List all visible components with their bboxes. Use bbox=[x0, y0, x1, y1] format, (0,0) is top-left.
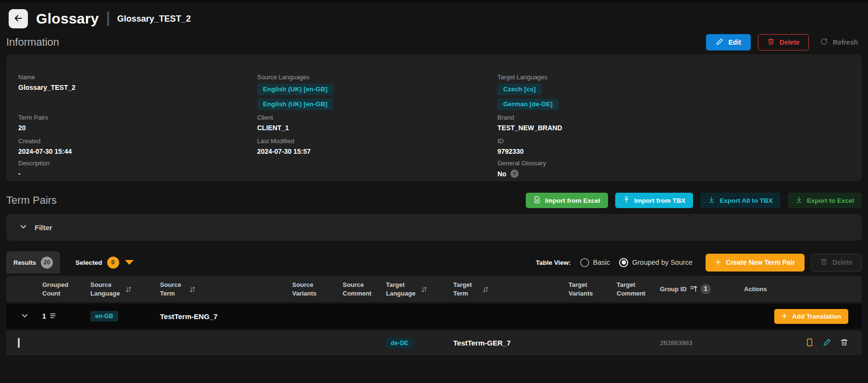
toolbar-right: Table View: Basic Grouped by Source + Cr… bbox=[536, 254, 862, 272]
sort-icon[interactable] bbox=[482, 285, 490, 296]
trash-icon bbox=[820, 258, 828, 267]
edit-button[interactable]: Edit bbox=[706, 34, 750, 50]
top-bar: Glossary Glossary_TEST_2 bbox=[0, 3, 868, 28]
edit-term-button[interactable] bbox=[823, 338, 831, 348]
group-id-header[interactable]: Group ID 1 bbox=[660, 283, 744, 296]
filter-panel-toggle[interactable]: Filter bbox=[6, 214, 862, 241]
chevron-down-icon bbox=[21, 311, 29, 321]
plus-icon: + bbox=[781, 311, 787, 321]
row-actions-cell bbox=[744, 338, 862, 348]
information-section-title: Information bbox=[6, 36, 59, 49]
target-variants-header: Target Variants bbox=[569, 281, 617, 297]
delete-button-label: Delete bbox=[780, 38, 800, 46]
field-client: Client CLIENT_1 bbox=[257, 114, 497, 137]
export-all-to-tbx-button[interactable]: Export All to TBX bbox=[700, 193, 781, 208]
name-value: Glossary_TEST_2 bbox=[18, 84, 257, 91]
field-target-languages: Target Languages Czech [cs] German [de-D… bbox=[497, 74, 850, 114]
collapse-group-button[interactable] bbox=[6, 311, 42, 321]
information-header-row: Information Edit Delete Refresh bbox=[0, 28, 868, 54]
download-arrow-icon bbox=[795, 196, 803, 205]
term-pairs-section-title: Term Pairs bbox=[6, 194, 57, 207]
arrow-left-icon bbox=[13, 13, 24, 25]
source-language-badges: English (UK) [en-GB] English (UK) [en-GB… bbox=[257, 84, 497, 110]
create-new-term-pair-button[interactable]: + Create New Term Pair bbox=[706, 254, 805, 272]
id-label: ID bbox=[497, 137, 850, 145]
results-tab[interactable]: Results 20 bbox=[6, 251, 60, 273]
grouped-count-cell: 1 bbox=[42, 312, 90, 321]
question-circle-icon[interactable]: ? bbox=[510, 170, 519, 178]
field-brand: Brand TEST_NEW_BRAND bbox=[497, 114, 850, 137]
table-view-grouped-radio[interactable]: Grouped by Source bbox=[619, 258, 693, 267]
title-divider bbox=[107, 12, 109, 26]
term-pairs-table: Grouped Count Source Language Source Ter… bbox=[6, 276, 862, 355]
term-pairs-header-row: Term Pairs Import from Excel Import from… bbox=[0, 181, 868, 214]
table-header-row: Grouped Count Source Language Source Ter… bbox=[6, 276, 862, 302]
table-view-basic-label: Basic bbox=[593, 259, 610, 266]
selected-dropdown[interactable]: Selected 0 bbox=[75, 257, 134, 269]
import-from-excel-label: Import from Excel bbox=[545, 197, 600, 204]
term-pairs-value: 20 bbox=[18, 124, 257, 132]
source-languages-label: Source Languages bbox=[257, 74, 497, 81]
import-from-excel-button[interactable]: Import from Excel bbox=[526, 193, 608, 208]
last-modified-value: 2024-07-30 15:57 bbox=[257, 148, 497, 155]
delete-term-pairs-button[interactable]: Delete bbox=[811, 254, 862, 272]
radio-checked-icon bbox=[619, 258, 628, 267]
target-language-badge: Czech [cs] bbox=[497, 84, 542, 95]
results-count-badge: 20 bbox=[41, 257, 53, 269]
target-language-badges: Czech [cs] German [de-DE] bbox=[497, 84, 850, 110]
import-from-tbx-button[interactable]: Import from TBX bbox=[615, 193, 694, 208]
add-translation-button[interactable]: + Add Translation bbox=[774, 309, 848, 324]
edit-button-label: Edit bbox=[728, 38, 741, 46]
description-label: Description bbox=[18, 160, 257, 167]
target-term-cell: TestTerm-GER_7 bbox=[453, 339, 569, 347]
clipboard-icon bbox=[806, 338, 814, 348]
general-glossary-label: General Glossary bbox=[497, 160, 850, 167]
page-title: Glossary bbox=[36, 11, 99, 27]
field-general-glossary: General Glossary No ? bbox=[497, 160, 850, 178]
back-button[interactable] bbox=[9, 9, 28, 28]
info-column-1: Name Glossary_TEST_2 Term Pairs 20 Creat… bbox=[18, 74, 257, 178]
brand-value: TEST_NEW_BRAND bbox=[497, 124, 850, 132]
sort-icon[interactable] bbox=[188, 285, 197, 296]
information-panel: Name Glossary_TEST_2 Term Pairs 20 Creat… bbox=[6, 54, 862, 181]
sort-icon[interactable] bbox=[420, 285, 428, 296]
pencil-icon bbox=[823, 338, 831, 348]
delete-glossary-button[interactable]: Delete bbox=[758, 34, 809, 50]
source-term-header[interactable]: Source Term bbox=[160, 281, 292, 297]
results-toolbar: Results 20 Selected 0 Table View: Basic … bbox=[6, 251, 862, 273]
export-to-excel-button[interactable]: Export to Excel bbox=[788, 193, 862, 208]
source-variants-header: Source Variants bbox=[292, 281, 343, 297]
field-term-pairs: Term Pairs 20 bbox=[18, 114, 257, 137]
sort-ascending-icon[interactable] bbox=[689, 284, 698, 296]
created-label: Created bbox=[18, 137, 257, 145]
target-languages-label: Target Languages bbox=[497, 74, 850, 81]
radio-icon bbox=[580, 258, 589, 267]
delete-term-button[interactable] bbox=[840, 338, 848, 348]
copy-term-button[interactable] bbox=[806, 338, 814, 348]
trash-icon bbox=[840, 338, 848, 348]
refresh-icon bbox=[820, 37, 828, 47]
excel-file-icon bbox=[533, 196, 541, 205]
table-view-label: Table View: bbox=[536, 259, 571, 266]
group-source-language-cell: en-GB bbox=[90, 311, 160, 321]
source-language-header[interactable]: Source Language bbox=[90, 281, 160, 297]
row-checkbox[interactable] bbox=[18, 338, 20, 348]
table-view-basic-radio[interactable]: Basic bbox=[580, 258, 610, 267]
sort-icon[interactable] bbox=[124, 285, 133, 296]
brand-label: Brand bbox=[497, 114, 850, 121]
target-language-header[interactable]: Target Language bbox=[386, 281, 453, 297]
field-created: Created 2024-07-30 15:44 bbox=[18, 137, 257, 160]
created-value: 2024-07-30 15:44 bbox=[18, 148, 257, 155]
chevron-down-icon bbox=[19, 222, 27, 232]
selected-count-badge: 0 bbox=[107, 257, 119, 269]
target-term-header[interactable]: Target Term bbox=[453, 281, 569, 297]
target-comment-header: Target Comment bbox=[617, 281, 660, 297]
term-pairs-actions: Import from Excel Import from TBX Export… bbox=[526, 193, 862, 208]
row-select-cell bbox=[6, 339, 42, 347]
group-id-cell: 262883983 bbox=[660, 339, 744, 346]
field-source-languages: Source Languages English (UK) [en-GB] En… bbox=[257, 74, 497, 114]
refresh-button-label: Refresh bbox=[833, 38, 858, 46]
refresh-button[interactable]: Refresh bbox=[816, 34, 862, 50]
general-glossary-value: No bbox=[497, 170, 507, 178]
export-to-excel-label: Export to Excel bbox=[807, 197, 854, 204]
